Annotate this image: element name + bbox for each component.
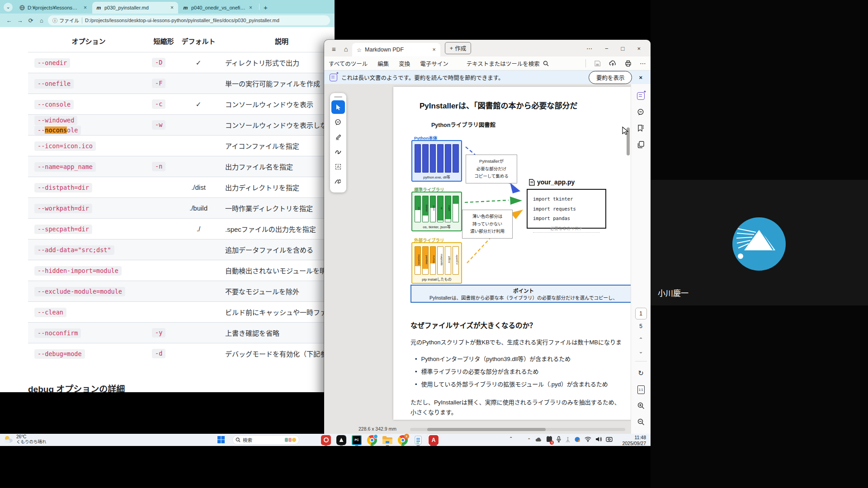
- fit-page-icon[interactable]: 1:1: [634, 383, 648, 396]
- show-summary-button[interactable]: 要約を表示: [589, 71, 632, 84]
- pycharm-icon[interactable]: PC: [351, 434, 363, 446]
- taskbar-search[interactable]: 検索: [232, 435, 299, 445]
- minimize-icon[interactable]: −: [599, 45, 615, 56]
- hamburger-menu-icon[interactable]: ≡: [328, 45, 340, 56]
- previous-page-icon[interactable]: ⌃: [638, 337, 643, 343]
- highlight-tool[interactable]: [331, 130, 345, 144]
- acrobat-app-icon[interactable]: A: [428, 434, 439, 446]
- search-highlights-icon[interactable]: [285, 438, 296, 442]
- search-tools-field[interactable]: テキストまたはツールを検索: [467, 59, 549, 68]
- close-tab-icon[interactable]: ×: [83, 5, 88, 11]
- select-tool[interactable]: [331, 100, 345, 114]
- home-icon[interactable]: ⌂: [340, 45, 352, 56]
- draw-tool[interactable]: [331, 145, 345, 159]
- zoom-in-icon[interactable]: [634, 399, 648, 413]
- browser-tab[interactable]: D:¥projects¥lessons¥desktop-u×: [15, 2, 91, 14]
- file-protocol-badge[interactable]: ⓘ ファイル: [52, 17, 79, 24]
- document-tab[interactable]: ☆ Markdown PDF ×: [352, 43, 440, 56]
- tab-title: p030_pyinstaller.md: [104, 5, 167, 10]
- weather-widget[interactable]: 26°C くもりのち晴れ: [4, 434, 47, 444]
- chrome-profile-icon[interactable]: k: [397, 434, 409, 446]
- menu-item[interactable]: 変換: [399, 59, 410, 68]
- current-page-input[interactable]: 1: [635, 308, 647, 319]
- default-cell: [178, 136, 219, 156]
- back-icon[interactable]: ←: [5, 17, 14, 24]
- pdf-paragraph: 元のPythonスクリプトが数KBでも、生成される実行ファイルは数十MBになりま: [410, 338, 622, 346]
- table-row: --add-data="src;dst"追加データファイルを含める: [28, 239, 335, 260]
- browser-navbar: ← → ⟳ ⌂ ⓘ ファイル D:/projects/lessons/deskt…: [0, 14, 335, 27]
- notepad-icon[interactable]: [412, 434, 424, 446]
- close-tab-icon[interactable]: ×: [433, 47, 436, 53]
- desktop: ⌄ D:¥projects¥lessons¥desktop-u×mp030_py…: [0, 0, 868, 488]
- close-window-icon[interactable]: ×: [631, 45, 647, 56]
- pdf-title: PyInstallerは、「図書館の本から必要な部分だ: [420, 99, 578, 111]
- wifi-icon[interactable]: [585, 436, 591, 443]
- toolbar-more-icon[interactable]: ⋯: [640, 60, 646, 67]
- menu-item[interactable]: 電子サイン: [420, 59, 448, 68]
- taskbar-overflow-icon[interactable]: ⌃: [509, 436, 513, 441]
- description-cell: デバッグモードを有効化（下記参照）: [219, 343, 335, 364]
- dark-app-icon[interactable]: [335, 434, 347, 446]
- onedrive-icon[interactable]: [535, 437, 542, 443]
- notification-badge-icon[interactable]: 4: [546, 436, 552, 444]
- file-explorer-icon[interactable]: [382, 434, 393, 446]
- tray-chevron-icon[interactable]: ⌃: [527, 437, 531, 442]
- rotate-page-icon[interactable]: ↻: [634, 366, 648, 380]
- column-header: オプション: [28, 32, 149, 52]
- reload-icon[interactable]: ⟳: [26, 17, 35, 24]
- bookmarks-panel-icon[interactable]: [634, 122, 648, 135]
- antenna-icon[interactable]: [565, 436, 571, 444]
- start-button[interactable]: [217, 436, 225, 446]
- globe-icon: [19, 5, 25, 11]
- code-chip: --exclude-module=module: [34, 287, 125, 296]
- forward-icon[interactable]: →: [15, 17, 24, 24]
- dismiss-banner-icon[interactable]: ×: [636, 74, 645, 81]
- option-cell: --clean: [28, 302, 149, 323]
- menu-item[interactable]: 編集: [377, 59, 389, 68]
- address-bar[interactable]: ⓘ ファイル D:/projects/lessons/desktop-ui-le…: [48, 15, 330, 25]
- close-tab-icon[interactable]: ×: [248, 5, 253, 11]
- option-cell: --specpath=dir: [28, 219, 149, 239]
- new-tab-button[interactable]: +: [264, 4, 268, 11]
- menu-item[interactable]: すべてのツール: [329, 59, 368, 68]
- code-text: ole: [67, 127, 78, 134]
- fill-sign-tool[interactable]: [331, 175, 345, 188]
- option-code: --windowed: [34, 115, 149, 125]
- app-status-icon[interactable]: [575, 436, 580, 444]
- pdf-horizontal-scrollbar[interactable]: [410, 428, 625, 431]
- cloud-upload-icon[interactable]: [609, 60, 617, 67]
- tab-search-chevron-icon[interactable]: ⌄: [4, 3, 13, 12]
- window-more-icon[interactable]: ⋯: [580, 45, 599, 56]
- shelf-caption: pip installしたもの: [412, 277, 461, 282]
- ime-camera-icon[interactable]: [606, 436, 613, 443]
- code-chip: --noconfirm: [34, 328, 81, 338]
- text-box-tool[interactable]: A: [331, 160, 345, 174]
- volume-icon[interactable]: [595, 436, 602, 443]
- palette-drag-handle[interactable]: [334, 96, 342, 98]
- ai-assistant-icon[interactable]: [634, 89, 648, 103]
- default-cell: ./: [178, 219, 219, 239]
- star-icon[interactable]: ☆: [357, 47, 362, 53]
- library-book-bar: matplotlib: [437, 246, 443, 275]
- browser-tab[interactable]: mp030_pyinstaller.md×: [92, 2, 178, 14]
- next-page-icon[interactable]: ⌄: [638, 348, 643, 355]
- zoom-out-icon[interactable]: [634, 415, 648, 429]
- browser-tab[interactable]: mp040_onedir_vs_onefile.md×: [179, 2, 257, 14]
- comment-tool[interactable]: [331, 115, 345, 129]
- library-book-bar: [415, 144, 421, 173]
- close-tab-icon[interactable]: ×: [170, 5, 175, 11]
- library-book-bar: pandas: [422, 246, 429, 275]
- recorder-app-icon[interactable]: [320, 434, 332, 446]
- comments-panel-icon[interactable]: [634, 105, 648, 119]
- create-button[interactable]: + 作成: [445, 42, 471, 54]
- home-icon[interactable]: ⌂: [37, 17, 46, 24]
- print-icon[interactable]: [625, 60, 632, 67]
- maximize-icon[interactable]: □: [615, 45, 631, 56]
- microphone-icon[interactable]: [557, 436, 561, 444]
- running-indicator: [430, 445, 437, 446]
- taskbar-clock[interactable]: 11:48 2025/09/27: [622, 435, 646, 446]
- shelf-label: Python本体: [414, 135, 437, 141]
- chrome-drive-icon[interactable]: [366, 434, 378, 446]
- page-thumbnails-icon[interactable]: [634, 138, 648, 151]
- save-icon[interactable]: [594, 60, 601, 67]
